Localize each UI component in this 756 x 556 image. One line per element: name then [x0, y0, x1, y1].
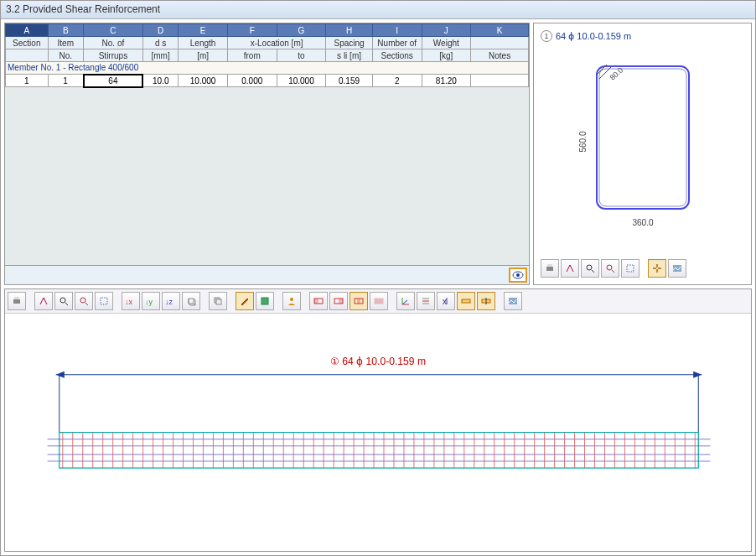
col-letter[interactable]: K — [471, 24, 529, 37]
svg-point-10 — [607, 265, 612, 270]
table-panel: ABCDEFGHIJK SectionItemNo. ofd sLengthx-… — [4, 23, 530, 285]
table-cell[interactable] — [471, 75, 529, 87]
panel4-icon[interactable] — [370, 292, 388, 310]
section-label-row: 1 64 ϕ 10.0-0.159 m — [541, 30, 744, 42]
svg-point-27 — [290, 298, 293, 301]
reinforcement-table[interactable]: ABCDEFGHIJK SectionItemNo. ofd sLengthx-… — [5, 23, 529, 88]
table-header: [mm] — [142, 49, 178, 62]
svg-rect-26 — [261, 298, 268, 304]
svg-point-1 — [516, 273, 520, 277]
select-region-icon[interactable] — [621, 259, 639, 278]
svg-line-19 — [85, 303, 88, 305]
zoom-icon[interactable] — [54, 292, 73, 310]
section-panel: 1 64 ϕ 10.0-0.159 m 80.0 560.0 360.0 — [533, 23, 752, 285]
col-letter[interactable]: B — [48, 24, 83, 37]
svg-rect-25 — [216, 299, 221, 304]
lines-icon[interactable] — [417, 292, 435, 310]
y-axis-icon[interactable]: ↓y — [142, 292, 160, 310]
explore-icon[interactable] — [561, 259, 579, 278]
col-letter[interactable]: J — [422, 24, 471, 37]
image-icon[interactable] — [668, 259, 686, 278]
expand-icon[interactable] — [648, 259, 666, 278]
dim-diag: 80.0 — [608, 66, 624, 82]
zoom-icon[interactable] — [581, 259, 599, 278]
z-axis-icon[interactable]: ↓z — [162, 292, 180, 310]
col-letter[interactable]: E — [179, 24, 228, 37]
beam-drawing: ① 64 ϕ 10.0-0.159 m — [5, 314, 751, 551]
h1-icon[interactable] — [457, 292, 475, 310]
svg-rect-12 — [627, 265, 634, 272]
svg-rect-14 — [13, 299, 20, 304]
table-header: Section — [6, 37, 49, 49]
svg-text:x: x — [443, 297, 447, 306]
table-header: x-Location [m] — [227, 37, 325, 49]
table-cell[interactable]: 1 — [48, 75, 83, 87]
section-label: 64 ϕ 10.0-0.159 m — [556, 31, 631, 42]
svg-marker-49 — [693, 372, 702, 378]
table-cell[interactable]: 2 — [372, 75, 422, 87]
table-header: Weight — [422, 37, 471, 49]
table-cell[interactable]: 64 — [84, 75, 143, 87]
table-scroll[interactable]: ABCDEFGHIJK SectionItemNo. ofd sLengthx-… — [5, 23, 529, 265]
table-header: [kg] — [422, 49, 471, 62]
member-row[interactable]: Member No. 1 - Rectangle 400/600 — [6, 62, 529, 75]
x-opt-icon[interactable]: x — [437, 292, 455, 310]
section-drawing: 80.0 560.0 360.0 — [541, 45, 744, 256]
panel1-icon[interactable] — [309, 292, 328, 310]
svg-text:↓x: ↓x — [125, 298, 133, 306]
col-letter[interactable]: A — [6, 24, 49, 37]
svg-rect-52 — [60, 432, 699, 467]
table-cell[interactable]: 10.000 — [277, 75, 326, 87]
svg-rect-15 — [14, 297, 19, 299]
copy-icon[interactable] — [209, 292, 227, 310]
table-header: s li [m] — [326, 49, 373, 62]
col-letter[interactable]: G — [277, 24, 326, 37]
table-header: Sections — [372, 49, 422, 62]
panel2-icon[interactable] — [329, 292, 348, 310]
pen-icon[interactable] — [236, 292, 254, 310]
beam-label-group: ① 64 ϕ 10.0-0.159 m — [330, 356, 426, 367]
table-cell[interactable]: 1 — [6, 75, 49, 87]
axes-icon[interactable] — [396, 292, 415, 310]
svg-rect-31 — [339, 299, 343, 304]
panel3-icon[interactable] — [350, 292, 368, 310]
table-cell[interactable]: 10.000 — [179, 75, 228, 87]
svg-point-16 — [60, 298, 65, 303]
table-header: Length — [179, 37, 228, 49]
zoom-out-icon[interactable] — [601, 259, 619, 278]
view-button[interactable] — [509, 268, 527, 283]
col-letter[interactable]: F — [227, 24, 277, 37]
3d-icon[interactable] — [182, 292, 200, 310]
user-icon[interactable] — [282, 292, 301, 310]
grid-icon[interactable] — [95, 292, 113, 310]
svg-rect-33 — [357, 299, 360, 304]
svg-rect-3 — [599, 69, 686, 206]
table-header — [471, 37, 529, 49]
svg-rect-2 — [597, 66, 689, 209]
table-header: from — [227, 49, 277, 62]
main-layout: ABCDEFGHIJK SectionItemNo. ofd sLengthx-… — [1, 19, 755, 555]
title-bar: 3.2 Provided Shear Reinforcement — [1, 1, 755, 19]
table-cell[interactable]: 81.20 — [422, 75, 471, 87]
x-axis-icon[interactable]: ↓x — [122, 292, 140, 310]
box-icon[interactable] — [256, 292, 274, 310]
col-letter[interactable]: D — [142, 24, 178, 37]
explore-icon[interactable] — [34, 292, 53, 310]
dim-v: 560.0 — [578, 131, 588, 152]
zoom-out-icon[interactable] — [75, 292, 93, 310]
table-header: to — [277, 49, 326, 62]
svg-rect-43 — [462, 299, 470, 303]
print-icon[interactable] — [541, 259, 559, 278]
svg-marker-48 — [56, 372, 65, 378]
table-cell[interactable]: 0.159 — [326, 75, 373, 87]
table-cell[interactable]: 10.0 — [142, 75, 178, 87]
svg-rect-20 — [101, 298, 107, 304]
col-letter[interactable]: C — [84, 24, 143, 37]
image-icon[interactable] — [504, 292, 522, 310]
print-icon[interactable] — [8, 292, 26, 310]
col-letter[interactable]: I — [372, 24, 422, 37]
svg-line-17 — [65, 303, 68, 305]
col-letter[interactable]: H — [326, 24, 373, 37]
table-cell[interactable]: 0.000 — [227, 75, 277, 87]
h2-icon[interactable] — [477, 292, 495, 310]
